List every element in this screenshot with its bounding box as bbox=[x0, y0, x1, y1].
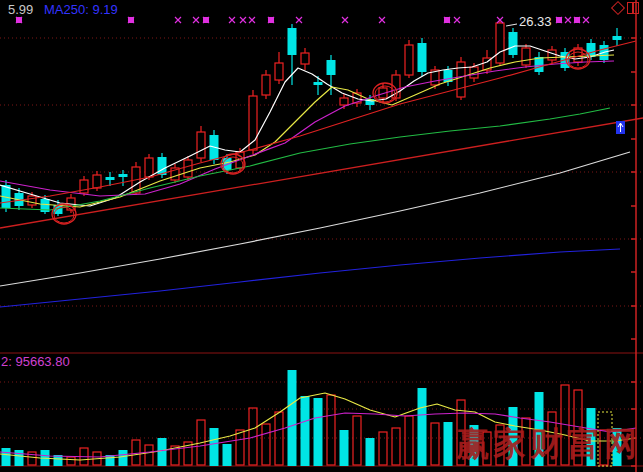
window-boxes-icon[interactable] bbox=[627, 2, 639, 14]
signal-marker-icon bbox=[342, 17, 348, 23]
candle-body bbox=[496, 23, 504, 63]
diamond-icon[interactable] bbox=[611, 1, 625, 15]
candle-body bbox=[613, 36, 622, 40]
candlestick-volume-chart[interactable] bbox=[0, 0, 643, 472]
volume-bar bbox=[2, 448, 11, 466]
volume-bar bbox=[314, 398, 323, 466]
volume-bar bbox=[301, 396, 310, 466]
candle-body bbox=[509, 32, 518, 55]
signal-marker-icon bbox=[583, 17, 589, 23]
candle-body bbox=[106, 177, 115, 180]
candle-body bbox=[340, 98, 348, 105]
candle-body bbox=[522, 48, 530, 65]
volume-bar bbox=[431, 423, 439, 465]
volume-bar bbox=[15, 450, 24, 466]
volume-bar bbox=[392, 428, 400, 465]
candle-body bbox=[314, 82, 323, 85]
high-callout-label: 26.33 bbox=[519, 15, 552, 29]
signal-marker-icon bbox=[175, 17, 181, 23]
ma-yellow-line bbox=[0, 55, 614, 207]
volume-bar bbox=[353, 416, 361, 465]
volume-bar bbox=[366, 438, 375, 466]
ma250-label: MA250: 9.19 bbox=[44, 3, 118, 17]
candle-body bbox=[262, 75, 270, 95]
signal-marker-icon bbox=[249, 17, 255, 23]
candle-body bbox=[288, 28, 297, 55]
candle-body bbox=[587, 43, 596, 57]
signal-marker-icon bbox=[229, 17, 235, 23]
volume-bar bbox=[418, 388, 427, 466]
signal-marker-icon bbox=[454, 17, 460, 23]
candle-body bbox=[145, 158, 153, 177]
signal-marker-icon bbox=[565, 17, 571, 23]
callout-line bbox=[506, 24, 517, 26]
highlight-circle bbox=[54, 207, 74, 223]
volume-bar bbox=[340, 430, 349, 466]
signal-marker-icon bbox=[296, 17, 302, 23]
candle-body bbox=[119, 174, 128, 177]
volume-bar bbox=[132, 440, 140, 465]
volume-indicator-label: 2: 95663.80 bbox=[1, 355, 70, 369]
volume-bar bbox=[223, 444, 232, 466]
volume-bar bbox=[379, 432, 387, 465]
candle-body bbox=[197, 132, 205, 158]
candle-body bbox=[405, 45, 413, 75]
candle-body bbox=[327, 60, 336, 75]
signal-marker-icon bbox=[240, 17, 246, 23]
volume-bar bbox=[444, 422, 453, 466]
candle-body bbox=[93, 175, 101, 188]
volume-bar bbox=[145, 445, 153, 465]
price-label: 5.99 bbox=[8, 3, 33, 17]
volume-bar bbox=[236, 430, 244, 465]
ma-blue-line bbox=[0, 249, 620, 307]
volume-bar bbox=[327, 395, 335, 465]
candle-body bbox=[301, 53, 309, 64]
ma-white-slow-line bbox=[0, 152, 630, 286]
candle-body bbox=[418, 43, 427, 72]
volume-bar bbox=[288, 370, 297, 466]
candle-body bbox=[548, 50, 556, 60]
candle-body bbox=[28, 196, 36, 205]
stock-chart-window: 5.99 MA250: 9.19 26.33 2: 95663.80 赢家财富网 bbox=[0, 0, 643, 472]
watermark-text: 赢家财富网 bbox=[456, 422, 641, 467]
volume-bar bbox=[67, 457, 75, 465]
signal-marker-icon bbox=[193, 17, 199, 23]
candle-body bbox=[80, 180, 88, 193]
signal-marker-icon bbox=[379, 17, 385, 23]
volume-bar bbox=[210, 428, 219, 466]
volume-bar bbox=[158, 438, 167, 466]
volume-bar bbox=[262, 424, 270, 465]
volume-bar bbox=[405, 416, 413, 465]
window-controls bbox=[613, 2, 639, 14]
candle-body bbox=[184, 160, 192, 177]
volume-bar bbox=[119, 450, 128, 466]
candle-body bbox=[275, 63, 283, 80]
